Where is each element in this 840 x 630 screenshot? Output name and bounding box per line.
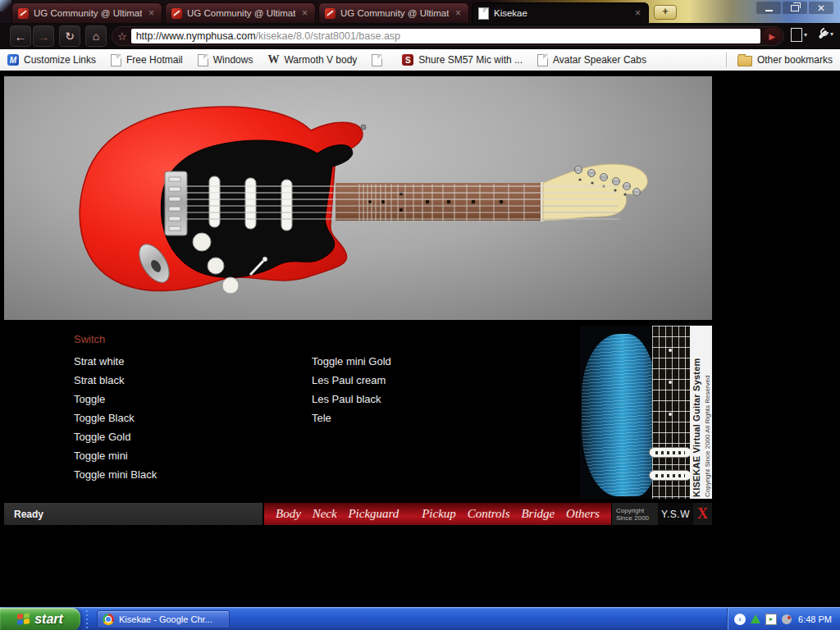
windows-flag-icon (17, 613, 30, 625)
promo-subtitle: Copyright Since 2000 All Rights Reserved (704, 375, 711, 497)
ug-guitar-favicon-icon (325, 8, 336, 19)
pickup (649, 470, 692, 481)
kisekae-promo-image: KISEKAE Virtual Guitar System Copyright … (580, 326, 712, 499)
nav-pickup[interactable]: Pickup (422, 507, 456, 521)
nav-bridge[interactable]: Bridge (521, 507, 555, 521)
taskbar-clock: 6:48 PM (798, 614, 832, 624)
tab-close-icon[interactable]: × (454, 7, 463, 19)
page-icon (372, 54, 382, 66)
switch-menu-left-column: Strat white Strat black Toggle Toggle Bl… (74, 352, 287, 484)
bookmark-untitled[interactable] (364, 52, 395, 68)
folder-icon (737, 56, 752, 66)
ug-guitar-favicon-icon (18, 8, 29, 19)
nav-neck[interactable]: Neck (313, 507, 337, 521)
tab-ug-community-2[interactable]: UG Community @ Ultimate-... × (165, 2, 316, 23)
restore-icon (791, 5, 799, 11)
tray-collapse-button[interactable]: ‹ (734, 614, 746, 625)
m-badge-icon: M (7, 54, 19, 66)
credit-ysw[interactable]: Y.S.W (658, 503, 693, 525)
page-status-bar: Ready Body Neck Pickguard Pickup Control… (4, 503, 712, 525)
menu-link-tele[interactable]: Tele (312, 409, 525, 427)
nav-pickguard[interactable]: Pickguard (348, 507, 399, 521)
menu-link-strat-black[interactable]: Strat black (74, 371, 287, 390)
new-tab-button[interactable]: + (654, 5, 677, 20)
fret-marker-dot (669, 413, 672, 416)
nav-others[interactable]: Others (566, 507, 600, 521)
bookmark-windows[interactable]: Windows (190, 52, 261, 68)
bookmark-label: Customize Links (24, 54, 96, 66)
go-button[interactable]: ▶ (762, 28, 782, 44)
tab-ug-community-3[interactable]: UG Community @ Ultimate-... × (318, 2, 469, 23)
nav-controls[interactable]: Controls (468, 507, 510, 521)
red-strat-guitar-image (4, 76, 712, 320)
address-bar[interactable]: ☆ http://www.nymphusa.com/kisekae/8.0/st… (112, 26, 784, 46)
tab-close-icon[interactable]: × (147, 7, 156, 19)
browser-toolbar: ← → ↻ ⌂ ☆ http://www.nymphusa.com/kiseka… (0, 23, 840, 49)
taskbar-task-kisekae[interactable]: Kisekae - Google Chr... (97, 610, 230, 628)
guitar-display-panel (4, 76, 712, 320)
menu-link-toggle-mini-black[interactable]: Toggle mini Black (74, 465, 287, 484)
url-host: http://www.nymphusa.com (136, 30, 256, 42)
tab-close-icon[interactable]: × (300, 7, 309, 19)
menu-header-switch: Switch (74, 333, 105, 345)
bookmark-label: Warmoth V body (284, 54, 357, 66)
menu-link-toggle-gold[interactable]: Toggle Gold (74, 427, 287, 446)
reload-button[interactable]: ↻ (59, 25, 80, 47)
tab-close-icon[interactable]: × (633, 7, 642, 19)
tab-label: UG Community @ Ultimate-... (187, 8, 295, 18)
menu-link-toggle-mini[interactable]: Toggle mini (74, 446, 287, 465)
removable-device-icon[interactable] (782, 614, 792, 624)
menu-link-toggle[interactable]: Toggle (74, 390, 287, 409)
back-button[interactable]: ← (10, 25, 31, 47)
page-menu-button[interactable]: ▾ (791, 28, 807, 42)
page-favicon-icon (478, 7, 489, 20)
menu-link-strat-white[interactable]: Strat white (74, 352, 287, 371)
tab-ug-community-1[interactable]: UG Community @ Ultimate-... × (11, 2, 162, 23)
minimize-button[interactable] (756, 2, 781, 14)
bookmark-free-hotmail[interactable]: Free Hotmail (103, 52, 190, 68)
bookmark-avatar-speaker-cabs[interactable]: Avatar Speaker Cabs (530, 52, 654, 68)
copyright-box: Copyright Since 2000 (611, 503, 658, 525)
menu-link-toggle-black[interactable]: Toggle Black (74, 409, 287, 427)
bookmark-warmoth-v-body[interactable]: W Warmoth V body (260, 52, 364, 68)
window-frame-corner (0, 0, 11, 11)
menu-link-les-paul-cream[interactable]: Les Paul cream (312, 371, 525, 390)
wrench-menu-button[interactable]: ▾ (817, 28, 833, 39)
blue-guitar-body (582, 334, 660, 496)
other-bookmarks-button[interactable]: Other bookmarks (730, 52, 840, 68)
bookmark-shure-sm57[interactable]: S Shure SM57 Mic with ... (395, 52, 530, 68)
tab-label: UG Community @ Ultimate-... (34, 8, 142, 18)
shure-badge-icon: S (402, 54, 413, 66)
page-icon (537, 54, 548, 66)
home-button[interactable]: ⌂ (85, 25, 107, 47)
bookmark-customize-links[interactable]: M Customize Links (0, 52, 103, 68)
bookmark-star-icon[interactable]: ☆ (117, 30, 127, 43)
ug-guitar-favicon-icon (171, 8, 182, 19)
chevron-down-icon: ▾ (830, 30, 833, 38)
tab-kisekae-active[interactable]: Kisekae × (472, 2, 649, 23)
start-button[interactable]: start (0, 608, 80, 630)
page-menu-icon (791, 28, 802, 42)
url-field[interactable]: http://www.nymphusa.com/kisekae/8.0/stra… (131, 29, 760, 43)
forward-button[interactable]: → (33, 25, 54, 47)
app-tray-icon[interactable]: ▸ (765, 614, 777, 625)
screen: UG Community @ Ultimate-... × UG Communi… (0, 0, 840, 630)
restore-button[interactable] (783, 2, 807, 14)
system-tray: ‹ ▸ 6:48 PM (727, 608, 840, 630)
url-path: /kisekae/8.0/strat8001/base.asp (256, 30, 401, 42)
xp-taskbar: start Kisekae - Google Chr... ‹ ▸ 6:48 P… (0, 607, 840, 630)
minimize-icon (765, 10, 773, 11)
close-button[interactable]: ✕ (809, 2, 833, 14)
bookmarks-bar: M Customize Links Free Hotmail Windows W… (0, 49, 840, 71)
close-icon: ✕ (817, 3, 825, 13)
status-text: Ready (4, 503, 262, 525)
taskbar-divider (84, 610, 90, 628)
menu-link-toggle-mini-gold[interactable]: Toggle mini Gold (312, 352, 525, 371)
w-letter-icon: W (267, 53, 279, 66)
menu-link-les-paul-black[interactable]: Les Paul black (312, 390, 525, 409)
network-icon[interactable] (751, 614, 760, 623)
nav-body[interactable]: Body (276, 507, 301, 521)
page-close-button[interactable]: X (693, 503, 712, 525)
switch-menu-right-column: Toggle mini Gold Les Paul cream Les Paul… (312, 352, 525, 427)
web-page: Switch Strat white Strat black Toggle To… (0, 71, 840, 607)
